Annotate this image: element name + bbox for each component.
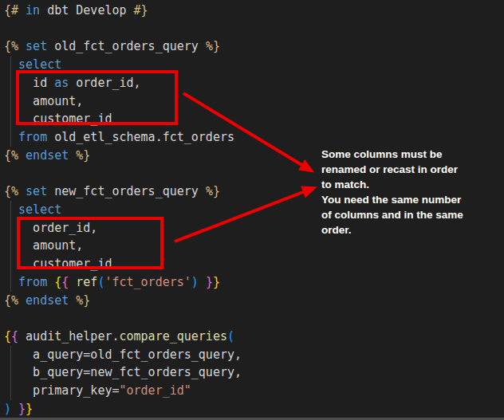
code-token [4, 130, 18, 144]
code-token: endset [26, 293, 69, 308]
code-token: audit_helper. [18, 329, 119, 343]
code-token: { [4, 329, 11, 343]
indent-guide [10, 237, 11, 255]
code-token: endset [26, 148, 69, 163]
code-token: ( [227, 329, 234, 343]
code-line[interactable]: ) }} [4, 400, 504, 418]
code-token: primary_key= [4, 383, 120, 398]
code-token [18, 184, 26, 198]
annotation-note: Some columns must be renamed or recast i… [321, 147, 493, 237]
code-token: %} [206, 39, 220, 53]
code-line[interactable]: customer_id [4, 110, 504, 128]
indent-guide [10, 74, 11, 92]
code-token: from [18, 275, 47, 289]
indent-guide [10, 255, 11, 273]
code-token [4, 57, 18, 72]
code-token: b_query=new_fct_orders_query, [4, 365, 242, 379]
code-token: customer_id [4, 257, 112, 271]
code-token: select [18, 202, 61, 217]
code-token: %} [206, 184, 220, 198]
code-token: old_fct_orders_query [47, 39, 206, 53]
code-token [18, 293, 26, 308]
code-token: { [61, 275, 69, 289]
code-token: } [18, 402, 26, 416]
code-line[interactable]: {% endset %} [4, 292, 504, 310]
code-token: } [206, 275, 213, 289]
code-token [4, 202, 18, 217]
code-token: from [18, 130, 47, 144]
code-token: {# [4, 3, 18, 18]
code-line[interactable]: primary_key="order_id" [4, 382, 504, 400]
indent-guide [10, 92, 11, 111]
code-line[interactable]: id as order_id, [4, 74, 504, 92]
code-token: {% [4, 148, 18, 163]
code-line[interactable]: a_query=old_fct_orders_query, [4, 346, 504, 364]
code-token: new_fct_orders_query [47, 184, 206, 198]
code-token: {% [4, 184, 18, 198]
code-token: order_id, [69, 76, 140, 90]
code-line[interactable]: from old_etl_schema.fct_orders [4, 128, 504, 147]
code-token: %} [76, 293, 90, 308]
indent-guide [10, 363, 11, 382]
code-token: as [54, 76, 69, 90]
code-token [69, 293, 76, 308]
code-token: ) [191, 275, 199, 289]
code-token [199, 275, 206, 289]
code-token [18, 3, 26, 18]
code-token: {% [4, 293, 18, 308]
code-line[interactable]: select [4, 56, 504, 74]
code-token: "order_id" [120, 383, 191, 398]
code-line[interactable]: customer_id [4, 255, 504, 273]
code-token [11, 402, 18, 416]
code-token: { [11, 329, 18, 343]
code-token: old_etl_schema.fct_orders [47, 130, 234, 144]
code-line[interactable] [4, 309, 504, 328]
code-token: amount, [4, 238, 83, 253]
code-token: } [213, 275, 220, 289]
code-token: a_query=old_fct_orders_query, [4, 347, 242, 362]
code-line[interactable]: amount, [4, 92, 504, 111]
code-token [18, 39, 26, 53]
code-token [69, 148, 76, 163]
code-line[interactable]: {% set old_fct_orders_query %} [4, 37, 504, 56]
code-token: order_id, [4, 221, 97, 235]
code-token: ref [76, 275, 97, 289]
code-line[interactable]: amount, [4, 237, 504, 255]
code-token: set [26, 184, 47, 198]
indent-guide [10, 110, 11, 128]
indent-guide [10, 382, 11, 400]
code-line[interactable]: from {{ ref('fct_orders') }} [4, 273, 504, 292]
code-token: } [26, 402, 33, 416]
code-token: customer_id [4, 112, 112, 126]
code-line[interactable]: {# in dbt Develop #} [4, 2, 504, 20]
code-token: compare_queries [120, 329, 227, 343]
code-token: in [26, 3, 40, 18]
code-token: amount, [4, 94, 83, 108]
code-token: ) [4, 402, 11, 416]
indent-guide [10, 201, 11, 219]
indent-guide [10, 346, 11, 364]
indent-guide [10, 128, 11, 147]
code-line[interactable] [4, 20, 504, 38]
code-token: dbt Develop [40, 3, 133, 18]
indent-guide [10, 56, 11, 74]
indent-guide [10, 219, 11, 237]
code-token [18, 148, 26, 163]
code-line[interactable]: b_query=new_fct_orders_query, [4, 363, 504, 382]
code-token: {% [4, 39, 18, 53]
code-token [69, 275, 76, 289]
code-token: 'fct_orders' [104, 275, 191, 289]
code-token: id [4, 76, 54, 90]
code-token: select [18, 57, 61, 72]
indent-guide [10, 273, 11, 292]
code-line[interactable]: {{ audit_helper.compare_queries( [4, 328, 504, 346]
code-token: #} [134, 3, 148, 18]
code-token [47, 275, 54, 289]
code-token: %} [76, 148, 90, 163]
code-token: { [54, 275, 61, 289]
code-token: set [26, 39, 47, 53]
code-token [4, 275, 18, 289]
